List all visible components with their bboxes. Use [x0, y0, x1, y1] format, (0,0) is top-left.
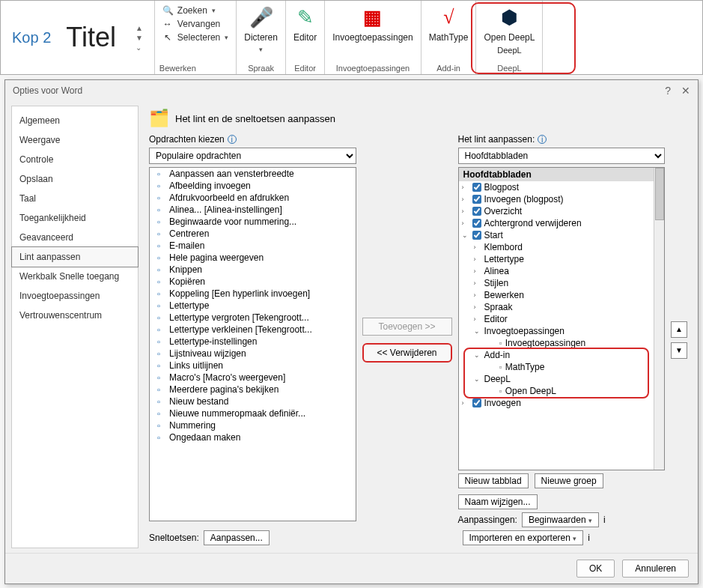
tree-row[interactable]: ›Stijlen: [459, 277, 654, 289]
mathtype-button[interactable]: √ MathType: [426, 4, 472, 44]
command-item[interactable]: ▫Lijstniveau wijzigen: [150, 348, 356, 360]
style-gallery-spinner[interactable]: ▲ ▼ ⌄: [136, 24, 143, 52]
sidebar-item[interactable]: Vertrouwenscentrum: [12, 306, 138, 325]
tab-checkbox[interactable]: [472, 219, 481, 228]
command-item[interactable]: ▫Knippen: [150, 264, 356, 276]
command-item[interactable]: ▫Aanpassen aan vensterbreedte: [150, 168, 356, 180]
tree-row[interactable]: ›Alinea: [459, 265, 654, 277]
info-icon[interactable]: i: [603, 515, 606, 525]
command-item[interactable]: ▫Kopiëren: [150, 276, 356, 288]
style-more-icon[interactable]: ⌄: [136, 43, 143, 52]
tree-row[interactable]: ›Bewerken: [459, 289, 654, 301]
commands-select[interactable]: Populaire opdrachten: [149, 148, 356, 164]
tree-row[interactable]: ›Spraak: [459, 301, 654, 313]
beginwaarden-button[interactable]: Beginwaarden ▾: [522, 512, 599, 527]
add-button[interactable]: Toevoegen >>: [362, 318, 452, 336]
tree-row[interactable]: ›Klembord: [459, 241, 654, 253]
tree-row[interactable]: ›Invoegen (blogpost): [459, 193, 654, 205]
sidebar-item[interactable]: Taal: [12, 189, 138, 208]
dicteren-button[interactable]: 🎤 Dicteren ▾: [241, 4, 281, 55]
tree-row[interactable]: ›Editor: [459, 313, 654, 325]
command-item[interactable]: ▫Nieuwe nummeropmaak definiër...: [150, 407, 356, 419]
ribbon-tabs-select[interactable]: Hoofdtabbladen: [458, 148, 666, 164]
scrollbar[interactable]: [654, 168, 664, 470]
tree-row[interactable]: ⌄Add-in: [459, 349, 654, 361]
tree-row[interactable]: ▫Open DeepL: [459, 385, 654, 397]
nieuwe-groep-button[interactable]: Nieuwe groep: [535, 473, 603, 488]
sidebar-item[interactable]: Invoegtoepassingen: [12, 286, 138, 306]
style-gallery[interactable]: Kop 2 Titel ▲ ▼ ⌄: [1, 1, 155, 74]
command-item[interactable]: ▫Nummering: [150, 419, 356, 431]
tab-checkbox[interactable]: [472, 207, 481, 216]
tree-row[interactable]: ›Achtergrond verwijderen: [459, 217, 654, 229]
command-item[interactable]: ▫Ongedaan maken: [150, 431, 356, 443]
command-item[interactable]: ▫Hele pagina weergeven: [150, 252, 356, 264]
vervangen-button[interactable]: ↔Vervangen: [159, 17, 231, 31]
sidebar-item[interactable]: Lint aanpassen: [11, 246, 139, 267]
command-item[interactable]: ▫Centreren: [150, 228, 356, 240]
style-kop2[interactable]: Kop 2: [12, 29, 51, 46]
tree-row[interactable]: ›Invoegen: [459, 397, 654, 409]
tab-checkbox[interactable]: [472, 231, 481, 240]
move-down-button[interactable]: ▼: [671, 342, 687, 359]
tab-checkbox[interactable]: [472, 183, 481, 192]
tree-row[interactable]: ›Overzicht: [459, 205, 654, 217]
invoegtoepassingen-button[interactable]: ▦ Invoegtoepassingen: [329, 4, 416, 44]
tree-row[interactable]: ▫Invoegtoepassingen: [459, 337, 654, 349]
chevron-down-icon[interactable]: ▼: [136, 34, 143, 42]
sidebar-item[interactable]: Geavanceerd: [12, 228, 138, 247]
cancel-button[interactable]: Annuleren: [622, 560, 689, 578]
tree-row[interactable]: ⌄Invoegtoepassingen: [459, 325, 654, 337]
ok-button[interactable]: OK: [576, 560, 615, 578]
help-icon[interactable]: ?: [665, 85, 671, 97]
tree-row[interactable]: ›Lettertype: [459, 253, 654, 265]
deepl-button[interactable]: ⬢ Open DeepL DeepL: [481, 4, 538, 56]
command-item[interactable]: ▫E-mailen: [150, 240, 356, 252]
naam-wijzigen-button[interactable]: Naam wijzigen...: [458, 494, 538, 509]
chevron-up-icon[interactable]: ▲: [136, 24, 143, 32]
sidebar-item[interactable]: Algemeen: [12, 111, 138, 130]
remove-button[interactable]: << Verwijderen: [362, 343, 452, 363]
editor-button[interactable]: ✎ Editor: [290, 4, 320, 44]
tree-row[interactable]: ⌄Start: [459, 229, 654, 241]
command-item[interactable]: ▫Alinea... [Alinea-instellingen]: [150, 204, 356, 216]
close-icon[interactable]: ✕: [681, 85, 690, 97]
commands-listbox[interactable]: ▫Aanpassen aan vensterbreedte▫Afbeelding…: [149, 167, 356, 521]
style-titel[interactable]: Titel: [66, 22, 116, 53]
command-item[interactable]: ▫Koppeling [Een hyperlink invoegen]: [150, 288, 356, 300]
tree-row[interactable]: ›Blogpost: [459, 181, 654, 193]
scrollbar-thumb[interactable]: [655, 168, 664, 220]
sidebar-item[interactable]: Weergave: [12, 130, 138, 150]
command-item[interactable]: ▫Links uitlijnen: [150, 360, 356, 372]
sidebar-item[interactable]: Controle: [12, 150, 138, 169]
command-item[interactable]: ▫Lettertype: [150, 300, 356, 312]
zoeken-button[interactable]: 🔍Zoeken ▾: [159, 4, 231, 17]
sneltoetsen-aanpassen-button[interactable]: Aanpassen...: [204, 530, 270, 545]
ribbon-tree[interactable]: Hoofdtabbladen›Blogpost›Invoegen (blogpo…: [458, 167, 666, 470]
info-icon[interactable]: i: [588, 533, 590, 543]
selecteren-button[interactable]: ↖Selecteren ▾: [159, 31, 231, 44]
sidebar-item[interactable]: Opslaan: [12, 169, 138, 189]
command-item[interactable]: ▫Lettertype verkleinen [Tekengroott...: [150, 324, 356, 336]
command-item[interactable]: ▫Meerdere pagina's bekijken: [150, 384, 356, 395]
sidebar-item[interactable]: Werkbalk Snelle toegang: [12, 267, 138, 286]
command-item[interactable]: ▫Afbeelding invoegen: [150, 180, 356, 192]
command-item[interactable]: ▫Nieuw bestand: [150, 395, 356, 407]
info-icon[interactable]: i: [228, 135, 237, 144]
move-up-button[interactable]: ▲: [671, 321, 687, 338]
tab-checkbox[interactable]: [472, 398, 481, 407]
nieuw-tabblad-button[interactable]: Nieuw tabblad: [458, 473, 529, 488]
command-item[interactable]: ▫Lettertype vergroten [Tekengroott...: [150, 312, 356, 324]
command-item[interactable]: ▫Beginwaarde voor nummering...: [150, 216, 356, 228]
import-export-button[interactable]: Importeren en exporteren ▾: [463, 530, 584, 545]
command-icon: ▫: [153, 241, 165, 250]
info-icon[interactable]: i: [538, 135, 547, 144]
command-item[interactable]: ▫Macro's [Macro's weergeven]: [150, 372, 356, 384]
tab-checkbox[interactable]: [472, 195, 481, 204]
command-item[interactable]: ▫Lettertype-instellingen: [150, 336, 356, 348]
tree-row[interactable]: ⌄DeepL: [459, 373, 654, 385]
tree-row[interactable]: ▫MathType: [459, 361, 654, 373]
command-item[interactable]: ▫Afdrukvoorbeeld en afdrukken: [150, 192, 356, 204]
sidebar-item[interactable]: Toegankelijkheid: [12, 208, 138, 228]
command-icon: ▫: [153, 337, 165, 346]
